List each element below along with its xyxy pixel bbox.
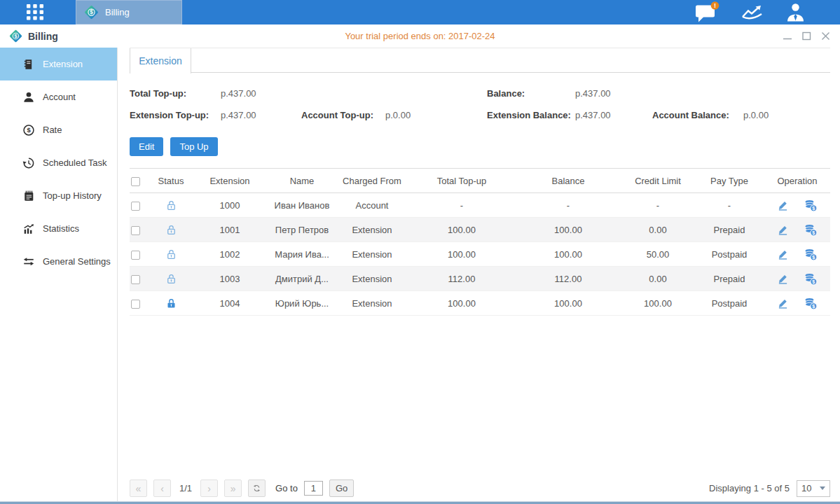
window-title: Billing (28, 31, 58, 42)
cell-charged-from: Extension (336, 291, 408, 316)
cell-extension: 1004 (191, 291, 268, 316)
rate-icon: $ (22, 124, 35, 136)
sidebar-item-top-up-history[interactable]: Top-up History (0, 179, 117, 212)
sidebar-item-extension[interactable]: Extension (0, 48, 117, 80)
page-size-value: 10 (801, 483, 811, 493)
svg-text:$: $ (27, 126, 31, 134)
table-row[interactable]: 1000 Иван Иванов Account - - - - $ (130, 193, 830, 218)
cell-total-topup: - (408, 193, 515, 218)
edit-icon[interactable] (777, 298, 789, 309)
table-body: 1000 Иван Иванов Account - - - - $ 1001 … (130, 193, 830, 316)
row-checkbox[interactable] (131, 202, 140, 211)
cell-pay-type: Postpaid (694, 291, 764, 316)
app-launcher-grid-icon[interactable] (27, 4, 44, 20)
sidebar-item-rate[interactable]: $ Rate (0, 113, 117, 146)
trial-notice: Your trial period ends on: 2017-02-24 (345, 31, 495, 41)
cell-pay-type: Prepaid (694, 218, 764, 242)
sidebar-item-label: Extension (43, 59, 83, 69)
refresh-button[interactable] (248, 479, 266, 497)
topup-history-icon (22, 190, 35, 202)
topup-icon[interactable]: $ (804, 297, 818, 310)
svg-text:$: $ (813, 204, 815, 211)
row-checkbox[interactable] (131, 226, 140, 235)
table-row[interactable]: 1002 Мария Ива... Extension 100.00 100.0… (130, 242, 830, 267)
column-header-charged-from: Charged From (336, 169, 408, 193)
column-header-name: Name (268, 169, 336, 193)
status-cell (151, 267, 191, 291)
edit-icon[interactable] (777, 248, 789, 260)
column-header-credit-limit: Credit Limit (621, 169, 694, 193)
taskbar-tab-billing[interactable]: $ Billing (76, 0, 182, 24)
sidebar-item-general-settings[interactable]: General Settings (0, 245, 117, 278)
account-topup-label: Account Top-up: (301, 110, 385, 120)
svg-text:$: $ (813, 278, 815, 284)
cell-credit-limit: 0.00 (621, 267, 694, 291)
goto-page-input[interactable] (304, 481, 323, 496)
cell-name: Юрий Юрь... (268, 291, 336, 316)
edit-button[interactable]: Edit (130, 137, 163, 156)
extension-icon (22, 58, 35, 71)
maximize-icon[interactable] (802, 31, 811, 41)
statistics-chart-icon[interactable] (741, 4, 764, 22)
edit-icon[interactable] (777, 273, 789, 285)
cell-charged-from: Extension (336, 242, 408, 267)
extension-balance-label: Extension Balance: (487, 110, 575, 120)
edit-icon[interactable] (777, 224, 789, 236)
statistics-icon (22, 223, 35, 235)
balance-value: p.437.00 (575, 88, 611, 99)
displaying-text: Displaying 1 - 5 of 5 (709, 483, 790, 493)
row-checkbox[interactable] (131, 275, 140, 284)
top-up-button[interactable]: Top Up (170, 137, 217, 156)
last-page-button[interactable]: » (224, 479, 242, 497)
tab-strip: Extension (130, 48, 830, 73)
cell-pay-type: Postpaid (694, 242, 764, 267)
table-row[interactable]: 1003 Дмитрий Д... Extension 112.00 112.0… (130, 267, 830, 291)
status-cell (151, 291, 191, 316)
row-checkbox[interactable] (131, 300, 140, 309)
column-header-operation: Operation (764, 169, 830, 193)
go-button[interactable]: Go (329, 479, 354, 497)
topup-icon[interactable]: $ (804, 248, 818, 261)
cell-credit-limit: 50.00 (621, 242, 694, 267)
cell-charged-from: Account (336, 193, 408, 218)
status-cell (151, 193, 191, 218)
next-page-button[interactable]: › (200, 479, 218, 497)
cell-total-topup: 100.00 (408, 218, 515, 242)
page-size-select[interactable]: 10 (797, 480, 830, 497)
minimize-icon[interactable] (783, 31, 792, 41)
topup-icon[interactable]: $ (804, 199, 818, 212)
table-row[interactable]: 1004 Юрий Юрь... Extension 100.00 100.00… (130, 291, 830, 316)
cell-charged-from: Extension (336, 267, 408, 291)
messages-icon[interactable]: ! (694, 1, 719, 23)
cell-name: Мария Ива... (268, 242, 336, 267)
column-header-pay-type: Pay Type (694, 169, 764, 193)
prev-page-button[interactable]: ‹ (153, 479, 171, 497)
cell-credit-limit: - (621, 193, 694, 218)
cell-extension: 1001 (191, 218, 268, 242)
edit-icon[interactable] (777, 200, 789, 211)
cell-extension: 1000 (191, 193, 268, 218)
cell-name: Дмитрий Д... (268, 267, 336, 291)
row-checkbox[interactable] (131, 251, 140, 260)
cell-extension: 1002 (191, 242, 268, 267)
first-page-button[interactable]: « (130, 479, 147, 497)
user-account-icon[interactable] (785, 2, 806, 22)
window-bottom-edge (0, 501, 840, 504)
cell-balance: 112.00 (515, 267, 621, 291)
svg-text:$: $ (813, 302, 815, 309)
table-row[interactable]: 1001 Петр Петров Extension 100.00 100.00… (130, 218, 830, 242)
sidebar-item-account[interactable]: Account (0, 80, 117, 113)
select-all-checkbox[interactable] (131, 177, 140, 186)
cell-balance: 100.00 (515, 291, 621, 316)
topup-icon[interactable]: $ (804, 272, 818, 286)
page-indicator: 1/1 (179, 483, 192, 493)
table-header-row: StatusExtensionNameCharged FromTotal Top… (130, 169, 830, 193)
sidebar-item-scheduled-task[interactable]: Scheduled Task (0, 146, 117, 179)
close-icon[interactable] (821, 31, 830, 41)
total-topup-label: Total Top-up: (130, 88, 221, 99)
cell-total-topup: 112.00 (408, 267, 515, 291)
total-topup-value: p.437.00 (221, 88, 487, 99)
sidebar-item-statistics[interactable]: Statistics (0, 212, 117, 245)
tab-extension[interactable]: Extension (130, 48, 191, 74)
topup-icon[interactable]: $ (804, 223, 818, 237)
